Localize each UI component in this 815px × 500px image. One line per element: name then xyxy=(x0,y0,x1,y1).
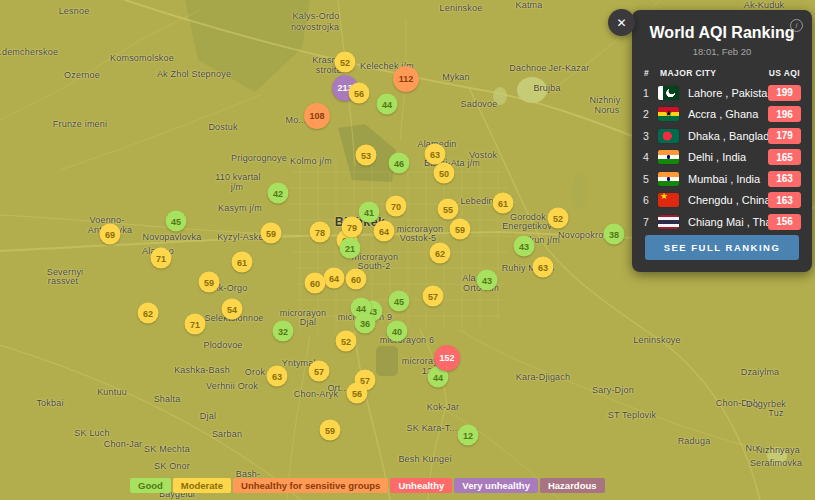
map-place-label: Kashka-Bash xyxy=(174,365,230,375)
aqi-marker-59[interactable]: 59 xyxy=(320,420,341,441)
aqi-marker-70[interactable]: 70 xyxy=(386,196,407,217)
aqi-marker-60[interactable]: 60 xyxy=(305,273,326,294)
ranking-row[interactable]: 2Accra , Ghana196 xyxy=(632,104,812,126)
map-place-label: Vostok-5 xyxy=(400,233,437,243)
aqi-marker-152[interactable]: 152 xyxy=(434,345,460,371)
map-place-label: SK Luch xyxy=(74,428,109,438)
map-place-label: Novopavlovka xyxy=(143,232,202,242)
bangladesh-flag-icon xyxy=(658,129,679,143)
aqi-marker-36[interactable]: 36 xyxy=(355,313,376,334)
aqi-marker-54[interactable]: 54 xyxy=(222,299,243,320)
aqi-marker-42[interactable]: 42 xyxy=(268,183,289,204)
map-place-label: Energetikov xyxy=(502,221,552,231)
india-flag-icon xyxy=(658,150,679,164)
map-place-label: Verhnii Orok xyxy=(206,381,258,391)
map-place-label: 110 kvartal xyxy=(215,172,261,182)
aqi-marker-45[interactable]: 45 xyxy=(166,211,187,232)
map-place-label: SK Kara-T... xyxy=(407,423,458,433)
map-place-label: Chon-Jar xyxy=(104,439,143,449)
ranking-row[interactable]: 7Chiang Mai , Thail...156 xyxy=(632,211,812,233)
aqi-marker-64[interactable]: 64 xyxy=(374,221,395,242)
aqi-marker-52[interactable]: 52 xyxy=(336,331,357,352)
city-name: Chiang Mai , Thail... xyxy=(688,216,768,228)
aqi-marker-62[interactable]: 62 xyxy=(138,303,159,324)
aqi-marker-108[interactable]: 108 xyxy=(304,103,330,129)
map-place-label: Djal xyxy=(300,317,316,327)
aqi-marker-53[interactable]: 53 xyxy=(356,145,377,166)
aqi-marker-43[interactable]: 43 xyxy=(477,270,498,291)
aqi-marker-59[interactable]: 59 xyxy=(261,223,282,244)
aqi-marker-112[interactable]: 112 xyxy=(393,66,419,92)
map-place-label: Besh Kungei xyxy=(398,454,451,464)
city-name: Mumbai , India xyxy=(688,173,768,185)
map-place-label: Ozernoe xyxy=(64,70,100,80)
map-place-label: Norus xyxy=(594,105,619,115)
map-place-label: SK Mechta xyxy=(144,444,190,454)
map-place-label: Dzaiylma xyxy=(741,367,780,377)
aqi-marker-71[interactable]: 71 xyxy=(185,314,206,335)
aqi-marker-32[interactable]: 32 xyxy=(273,321,294,342)
see-full-ranking-button[interactable]: SEE FULL RANKING xyxy=(645,235,799,260)
aqi-marker-52[interactable]: 52 xyxy=(335,52,356,73)
ranking-row[interactable]: 4Delhi , India165 xyxy=(632,147,812,169)
aqi-marker-57[interactable]: 57 xyxy=(309,361,330,382)
col-rank: # xyxy=(644,68,660,78)
aqi-marker-63[interactable]: 63 xyxy=(267,366,288,387)
aqi-marker-59[interactable]: 59 xyxy=(450,219,471,240)
city-name: Chengdu , China xyxy=(688,194,768,206)
rank-number: 1 xyxy=(643,87,658,99)
map-place-label: Kok-Jar xyxy=(427,402,459,412)
aqi-marker-79[interactable]: 79 xyxy=(342,217,363,238)
aqi-marker-57[interactable]: 57 xyxy=(423,286,444,307)
aqi-marker-40[interactable]: 40 xyxy=(387,321,408,342)
aqi-marker-43[interactable]: 43 xyxy=(514,236,535,257)
aqi-marker-46[interactable]: 46 xyxy=(389,153,410,174)
aqi-marker-59[interactable]: 59 xyxy=(199,272,220,293)
map-place-label: Leninskoye xyxy=(633,335,681,345)
rank-number: 7 xyxy=(643,216,658,228)
aqi-marker-45[interactable]: 45 xyxy=(389,291,410,312)
ranking-row[interactable]: 6Chengdu , China163 xyxy=(632,190,812,212)
aqi-marker-50[interactable]: 50 xyxy=(434,163,455,184)
aqi-marker-44[interactable]: 44 xyxy=(377,94,398,115)
legend-unhealthy-for-sensitive-groups: Unhealthy for sensitive groups xyxy=(233,478,388,493)
aqi-marker-60[interactable]: 60 xyxy=(346,269,367,290)
aqi-marker-12[interactable]: 12 xyxy=(458,425,479,446)
aqi-marker-52[interactable]: 52 xyxy=(548,208,569,229)
aqi-marker-21[interactable]: 21 xyxy=(340,238,361,259)
aqi-marker-61[interactable]: 61 xyxy=(232,252,253,273)
aqi-marker-55[interactable]: 55 xyxy=(438,199,459,220)
rank-number: 5 xyxy=(643,173,658,185)
aqi-marker-56[interactable]: 56 xyxy=(347,383,368,404)
info-icon[interactable]: i xyxy=(790,19,803,32)
aqi-marker-63[interactable]: 63 xyxy=(425,144,446,165)
aqi-marker-62[interactable]: 62 xyxy=(430,243,451,264)
aqi-marker-78[interactable]: 78 xyxy=(310,222,331,243)
map-place-label: Lesnoe xyxy=(59,6,90,16)
map-place-label: Mykan xyxy=(442,72,470,82)
rank-number: 6 xyxy=(643,194,658,206)
world-aqi-ranking-panel: i World AQI Ranking 18:01, Feb 20 # MAJO… xyxy=(632,10,812,272)
legend-hazardous: Hazardous xyxy=(540,478,605,493)
ranking-row[interactable]: 1Lahore , Pakistan199 xyxy=(632,82,812,104)
map-place-label: novostrojka xyxy=(291,22,339,32)
close-ranking-button[interactable]: ✕ xyxy=(608,9,635,36)
city-name: Dhaka , Bangladesh xyxy=(688,130,768,142)
aqi-marker-64[interactable]: 64 xyxy=(324,268,345,289)
map-place-label: Kuntuu xyxy=(97,387,127,397)
aqi-marker-61[interactable]: 61 xyxy=(493,193,514,214)
aqi-marker-41[interactable]: 41 xyxy=(359,202,380,223)
map-place-label: Orok xyxy=(245,367,265,377)
rank-number: 2 xyxy=(643,108,658,120)
aqi-badge: 179 xyxy=(768,128,801,144)
ranking-row[interactable]: 3Dhaka , Bangladesh179 xyxy=(632,125,812,147)
map-place-label: Dachnoe xyxy=(509,63,546,73)
legend-unhealthy: Unhealthy xyxy=(390,478,452,493)
ranking-row[interactable]: 5Mumbai , India163 xyxy=(632,168,812,190)
aqi-marker-69[interactable]: 69 xyxy=(100,224,121,245)
aqi-marker-71[interactable]: 71 xyxy=(151,248,172,269)
aqi-marker-38[interactable]: 38 xyxy=(604,224,625,245)
aqi-marker-56[interactable]: 56 xyxy=(349,83,370,104)
city-name: Lahore , Pakistan xyxy=(688,87,768,99)
aqi-marker-63[interactable]: 63 xyxy=(533,257,554,278)
